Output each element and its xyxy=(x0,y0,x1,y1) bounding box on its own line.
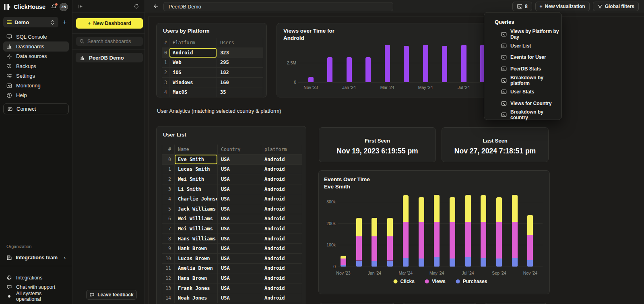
sidebar-item-backups[interactable]: Backups xyxy=(3,61,69,71)
table-cell[interactable]: USA xyxy=(218,204,261,214)
table-cell[interactable]: 0 xyxy=(162,48,169,58)
table-cell[interactable]: USA xyxy=(218,273,261,283)
table-cell[interactable]: Wei Smith xyxy=(175,174,218,184)
sidebar-item-data-sources[interactable]: Data sources xyxy=(3,52,69,61)
table-cell[interactable]: USA xyxy=(218,283,261,293)
user-avatar[interactable]: ZN xyxy=(60,3,68,11)
table-cell[interactable]: 4 xyxy=(162,87,169,97)
table-cell[interactable]: USA xyxy=(218,194,261,204)
table-cell[interactable]: USA xyxy=(218,264,261,273)
table-cell[interactable]: MacOS xyxy=(169,87,217,97)
table-cell[interactable]: Lucas Brown xyxy=(175,254,218,263)
notifications-bell-icon[interactable] xyxy=(51,4,57,10)
table-cell[interactable]: Charlie Johnson xyxy=(175,194,218,204)
sidebar-item-integrations[interactable]: Integrations xyxy=(3,273,69,282)
table-cell[interactable]: USA xyxy=(218,174,261,184)
table-cell[interactable]: USA xyxy=(218,155,261,164)
table-cell[interactable]: USA xyxy=(218,244,261,253)
table-cell[interactable]: USA xyxy=(218,254,261,263)
table-cell[interactable]: Noah Jones xyxy=(175,293,218,303)
table-cell[interactable]: 1 xyxy=(162,58,169,68)
table-cell[interactable]: Android xyxy=(261,244,302,253)
query-item-events-for-user[interactable]: Events for User xyxy=(484,52,561,63)
table-cell[interactable]: 10 xyxy=(162,254,175,263)
queries-count-button[interactable]: 8 xyxy=(512,2,532,11)
query-item-user-list[interactable]: User List xyxy=(484,40,561,52)
table-cell[interactable]: Wei Williams xyxy=(175,214,218,224)
table-cell[interactable]: USA xyxy=(218,165,261,174)
table-cell[interactable]: 323 xyxy=(217,48,263,58)
table-cell[interactable]: Web xyxy=(169,58,217,68)
query-item-peerdb-stats[interactable]: PeerDB Stats xyxy=(484,63,561,75)
table-cell[interactable]: 2 xyxy=(162,174,175,184)
table-cell[interactable]: Jack Williams xyxy=(175,204,218,214)
table-cell[interactable]: USA xyxy=(218,214,261,224)
table-cell[interactable]: Android xyxy=(261,293,302,303)
table-cell[interactable]: USA xyxy=(218,184,261,194)
query-item-breakdown-by-platform[interactable]: Breakdown by platform xyxy=(484,74,561,86)
query-item-views-by-platform-by-day[interactable]: Views by Platform by Day xyxy=(484,29,561,40)
table-cell[interactable]: Frank Jones xyxy=(175,283,218,293)
sidebar-item-sql-console[interactable]: SQL Console xyxy=(3,32,69,41)
table-cell[interactable]: 35 xyxy=(217,87,263,97)
sidebar-item-help[interactable]: Help xyxy=(3,91,69,100)
query-item-breakdown-by-country[interactable]: Breakdown by country xyxy=(484,109,561,121)
table-cell[interactable]: Hans Williams xyxy=(175,234,218,244)
sidebar-item-all-systems-operational[interactable]: All systems operational xyxy=(3,292,69,301)
leave-feedback-button[interactable]: Leave feedback xyxy=(86,290,137,300)
table-cell[interactable]: Lucas Smith xyxy=(175,165,218,174)
service-selector[interactable]: Demo xyxy=(3,17,58,27)
table-cell[interactable]: Android xyxy=(169,48,217,58)
dashboard-list-item[interactable]: PeerDB Demo xyxy=(76,53,143,62)
table-cell[interactable]: iOS xyxy=(169,68,217,77)
table-cell[interactable]: Android xyxy=(261,214,302,224)
table-cell[interactable]: 11 xyxy=(162,264,175,273)
sidebar-item-dashboards[interactable]: Dashboards xyxy=(3,41,69,51)
table-cell[interactable]: 6 xyxy=(162,214,175,224)
table-cell[interactable]: Eve Smith xyxy=(175,155,218,164)
table-cell[interactable]: 13 xyxy=(162,283,175,293)
table-cell[interactable]: 3 xyxy=(162,184,175,194)
table-cell[interactable]: Android xyxy=(261,204,302,214)
connect-button[interactable]: Connect xyxy=(3,103,69,114)
table-cell[interactable]: Amelia Brown xyxy=(175,264,218,273)
table-cell[interactable]: Android xyxy=(261,165,302,174)
query-item-user-stats[interactable]: User Stats xyxy=(484,86,561,98)
table-cell[interactable]: Mei Williams xyxy=(175,224,218,234)
table-cell[interactable]: 295 xyxy=(217,58,263,68)
query-item-views-for-country[interactable]: Views for Country xyxy=(484,98,561,110)
table-cell[interactable]: Android xyxy=(261,273,302,283)
table-cell[interactable]: 1 xyxy=(162,165,175,174)
add-service-button[interactable]: + xyxy=(60,17,70,27)
table-cell[interactable]: 7 xyxy=(162,224,175,234)
table-cell[interactable]: 0 xyxy=(162,155,175,164)
table-cell[interactable]: Li Smith xyxy=(175,184,218,194)
new-dashboard-button[interactable]: + New Dashboard xyxy=(76,18,143,29)
search-dashboards-input[interactable] xyxy=(87,39,140,44)
refresh-icon[interactable] xyxy=(134,4,139,9)
table-cell[interactable]: 4 xyxy=(162,194,175,204)
table-cell[interactable]: Android xyxy=(261,283,302,293)
dashboard-title-input[interactable] xyxy=(164,2,393,11)
table-cell[interactable]: USA xyxy=(218,224,261,234)
sidebar-item-monitoring[interactable]: Monitoring xyxy=(3,81,69,90)
table-cell[interactable]: 9 xyxy=(162,244,175,253)
table-cell[interactable]: Windows xyxy=(169,78,217,87)
back-button[interactable] xyxy=(153,3,159,9)
table-cell[interactable]: Android xyxy=(261,264,302,273)
table-cell[interactable]: Android xyxy=(261,155,302,164)
new-visualization-button[interactable]: + New visualization xyxy=(535,2,590,11)
global-filters-button[interactable]: Global filters xyxy=(593,2,639,11)
table-cell[interactable]: Hank Brown xyxy=(175,244,218,253)
table-cell[interactable]: 14 xyxy=(162,293,175,303)
table-cell[interactable]: Android xyxy=(261,184,302,194)
table-cell[interactable]: 8 xyxy=(162,234,175,244)
table-cell[interactable]: 2 xyxy=(162,68,169,77)
table-cell[interactable]: Android xyxy=(261,194,302,204)
table-cell[interactable]: 3 xyxy=(162,78,169,87)
table-cell[interactable]: 5 xyxy=(162,204,175,214)
table-cell[interactable]: 182 xyxy=(217,68,263,77)
table-cell[interactable]: Android xyxy=(261,234,302,244)
table-cell[interactable]: 12 xyxy=(162,273,175,283)
table-cell[interactable]: 160 xyxy=(217,78,263,87)
